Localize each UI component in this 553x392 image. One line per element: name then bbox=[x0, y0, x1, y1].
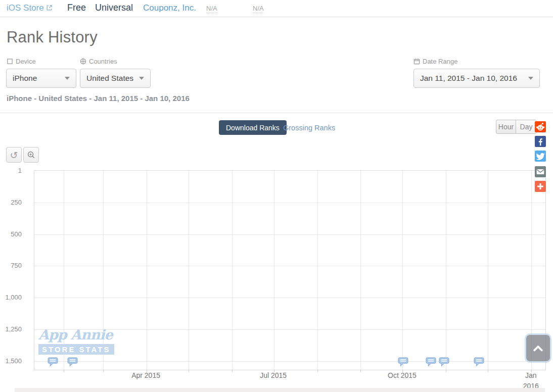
y-axis-tick-label: 1,500 bbox=[0, 357, 22, 365]
y-gridline bbox=[34, 361, 545, 362]
share-plus-share-icon[interactable] bbox=[535, 181, 546, 192]
section-divider bbox=[0, 113, 553, 113]
chevron-down-icon bbox=[528, 77, 533, 80]
y-axis-tick-label: 1,250 bbox=[0, 325, 22, 333]
y-gridline bbox=[34, 266, 545, 266]
x-gridline bbox=[232, 171, 233, 370]
x-gridline bbox=[488, 171, 488, 370]
y-gridline bbox=[34, 298, 545, 298]
x-axis-tick bbox=[103, 370, 104, 372]
annotation-bubble-icon[interactable] bbox=[426, 357, 436, 367]
x-axis-tick bbox=[360, 370, 361, 372]
annotation-bubble-icon[interactable] bbox=[48, 357, 58, 367]
reset-zoom-button[interactable]: ↺ bbox=[6, 147, 22, 163]
selection-summary: iPhone - United States - Jan 11, 2015 - … bbox=[7, 94, 190, 103]
price-label: Free bbox=[67, 3, 86, 13]
rank-na-value-2: N/A bbox=[253, 5, 264, 13]
publisher-link[interactable]: Couponz, Inc. bbox=[143, 3, 196, 13]
x-gridline bbox=[189, 171, 189, 370]
rank-na-value-1: N/A bbox=[206, 5, 217, 13]
chevron-down-icon bbox=[139, 77, 144, 80]
y-axis-tick-label: 500 bbox=[0, 230, 22, 238]
hour-toggle-button[interactable]: Hour bbox=[496, 120, 516, 134]
reddit-share-icon[interactable] bbox=[535, 121, 546, 132]
annotation-bubble-icon[interactable] bbox=[474, 357, 484, 367]
x-gridline bbox=[274, 171, 274, 370]
external-link-icon[interactable] bbox=[45, 4, 53, 12]
x-gridline bbox=[147, 171, 147, 370]
watermark-tagline: STORE STATS bbox=[38, 344, 114, 355]
x-axis-tick bbox=[189, 370, 189, 372]
watermark-brand: App Annie bbox=[38, 327, 114, 342]
chevron-down-icon bbox=[65, 77, 70, 80]
x-axis-tick-label: Oct 2015 bbox=[384, 370, 420, 381]
x-axis-tick bbox=[488, 370, 488, 372]
calendar-icon bbox=[413, 58, 420, 65]
device-support-label: Universal bbox=[95, 3, 133, 13]
header-divider bbox=[0, 17, 553, 17]
date-range-select-value: Jan 11, 2015 - Jan 10, 2016 bbox=[420, 74, 517, 83]
device-select[interactable]: iPhone bbox=[6, 69, 76, 88]
date-range-select[interactable]: Jan 11, 2015 - Jan 10, 2016 bbox=[413, 69, 540, 88]
email-share-icon[interactable] bbox=[535, 166, 546, 177]
device-icon bbox=[7, 58, 13, 65]
x-gridline bbox=[317, 171, 318, 370]
y-axis-tick-label: 1,000 bbox=[0, 293, 22, 301]
device-filter-label: Device bbox=[7, 58, 36, 65]
annotation-bubble-icon[interactable] bbox=[439, 357, 449, 367]
x-gridline bbox=[360, 171, 361, 370]
countries-filter-label: Countries bbox=[80, 58, 117, 65]
zoom-in-button[interactable] bbox=[23, 147, 39, 163]
store-link[interactable]: iOS Store bbox=[7, 3, 44, 13]
annotation-bubble-icon[interactable] bbox=[67, 357, 78, 367]
next-section-edge bbox=[15, 388, 545, 392]
x-axis-tick bbox=[446, 370, 446, 372]
y-axis-tick-label: 750 bbox=[0, 262, 22, 269]
y-gridline bbox=[34, 234, 545, 235]
chevron-up-icon bbox=[531, 341, 545, 355]
x-gridline bbox=[446, 171, 446, 370]
x-gridline bbox=[402, 171, 403, 370]
countries-select-value: United States bbox=[86, 74, 133, 83]
watermark: App Annie STORE STATS bbox=[38, 327, 114, 355]
x-axis-tick-label: Jul 2015 bbox=[255, 370, 292, 381]
x-axis-tick bbox=[64, 370, 64, 372]
device-select-value: iPhone bbox=[13, 74, 37, 83]
y-axis-tick-label: 1 bbox=[0, 167, 22, 174]
annotation-bubble-icon[interactable] bbox=[398, 357, 408, 367]
y-gridline bbox=[34, 203, 545, 203]
grossing-ranks-link[interactable]: Grossing Ranks bbox=[283, 124, 335, 132]
twitter-share-icon[interactable] bbox=[535, 151, 546, 162]
download-ranks-button[interactable]: Download Ranks bbox=[219, 120, 287, 135]
date-range-filter-label: Date Range bbox=[413, 58, 457, 65]
x-axis-tick bbox=[232, 370, 233, 372]
x-axis-tick-label: Apr 2015 bbox=[128, 370, 164, 381]
y-axis-tick-label: 250 bbox=[0, 199, 22, 206]
magnifier-plus-icon bbox=[26, 150, 36, 160]
globe-icon bbox=[80, 58, 86, 65]
x-axis-tick bbox=[317, 370, 318, 372]
countries-select[interactable]: United States bbox=[80, 69, 151, 88]
page-title: Rank History bbox=[7, 28, 98, 46]
facebook-share-icon[interactable] bbox=[535, 136, 546, 147]
scroll-to-top-button[interactable] bbox=[526, 335, 550, 361]
day-toggle-button[interactable]: Day bbox=[516, 120, 537, 134]
